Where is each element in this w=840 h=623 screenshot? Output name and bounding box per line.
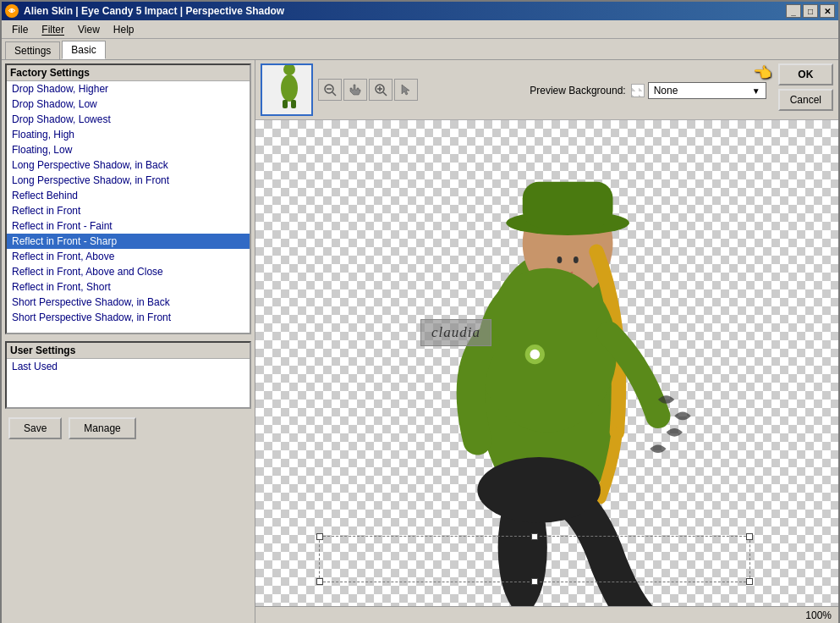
bottom-buttons: Save Manage: [2, 412, 255, 444]
list-item[interactable]: Reflect Behind: [7, 188, 250, 203]
ok-button[interactable]: OK: [778, 63, 833, 85]
svg-line-8: [383, 92, 387, 96]
preview-bg-controls: Preview Background: None ▼: [530, 82, 766, 99]
titlebar: 👁 Alien Skin | Eye Candy 5 Impact | Pers…: [2, 2, 838, 20]
svg-rect-14: [523, 182, 613, 227]
preview-thumbnail: [261, 63, 313, 116]
menu-filter[interactable]: Filter: [35, 22, 71, 37]
handle-bl[interactable]: [316, 578, 323, 585]
preview-bg-label: Preview Background:: [530, 85, 625, 96]
handle-tr[interactable]: [746, 533, 753, 540]
svg-point-1: [281, 74, 298, 102]
list-item[interactable]: Reflect in Front: [7, 203, 250, 218]
list-item[interactable]: Reflect in Front - Faint: [7, 218, 250, 234]
menu-view[interactable]: View: [71, 22, 107, 37]
status-bar: 100%: [255, 606, 838, 623]
minimize-button[interactable]: _: [786, 4, 801, 18]
svg-point-22: [477, 457, 601, 523]
list-item[interactable]: Reflect in Front, Above and Close: [7, 264, 250, 279]
menu-help[interactable]: Help: [107, 22, 141, 37]
list-item[interactable]: Short Perspective Shadow, in Back: [7, 295, 250, 310]
tab-basic[interactable]: Basic: [62, 41, 105, 59]
main-window: 👁 Alien Skin | Eye Candy 5 Impact | Pers…: [0, 0, 840, 623]
preview-bg-value: None: [654, 85, 678, 96]
preview-tools: [318, 79, 418, 101]
user-settings-panel: User Settings Last Used: [5, 341, 251, 409]
preview-bg-arrow: ▼: [752, 86, 760, 96]
list-item[interactable]: Long Perspective Shadow, in Back: [7, 157, 250, 173]
zoom-level: 100%: [805, 609, 832, 621]
menubar: File Filter View Help: [2, 20, 838, 39]
factory-settings-list[interactable]: Drop Shadow, Higher Drop Shadow, Low Dro…: [7, 81, 250, 333]
ok-cancel-buttons: 👈 OK Cancel: [778, 63, 833, 111]
list-item[interactable]: Floating, High: [7, 127, 250, 142]
maximize-button[interactable]: □: [803, 4, 818, 18]
handle-br[interactable]: [746, 578, 753, 585]
list-item[interactable]: Drop Shadow, Higher: [7, 81, 250, 96]
user-settings-header: User Settings: [7, 343, 250, 359]
window-title: Alien Skin | Eye Candy 5 Impact | Perspe…: [24, 5, 284, 17]
list-item[interactable]: Reflect in Front, Above: [7, 249, 250, 264]
factory-settings-header: Factory Settings: [7, 65, 250, 81]
zoom-tool[interactable]: [369, 79, 393, 101]
svg-point-18: [477, 268, 617, 433]
watermark-overlay: claudia: [420, 319, 491, 346]
save-button[interactable]: Save: [8, 417, 62, 439]
pan-tool[interactable]: [343, 79, 367, 101]
preview-canvas: claudia: [255, 120, 838, 606]
list-item[interactable]: Reflect in Front, Short: [7, 279, 250, 295]
selection-handles: [319, 536, 750, 582]
close-button[interactable]: ✕: [820, 4, 835, 18]
list-item[interactable]: Drop Shadow, Low: [7, 96, 250, 112]
zoom-out-tool[interactable]: [318, 79, 342, 101]
tab-settings[interactable]: Settings: [5, 41, 60, 59]
list-item[interactable]: Short Perspective Shadow, in Front: [7, 310, 250, 325]
list-item[interactable]: Floating, Low: [7, 142, 250, 157]
svg-rect-2: [283, 100, 288, 108]
menu-file[interactable]: File: [5, 22, 35, 37]
main-content: Factory Settings Drop Shadow, Higher Dro…: [2, 59, 838, 623]
list-item[interactable]: Long Perspective Shadow, in Front: [7, 173, 250, 188]
right-panel: Preview Background: None ▼ 👈 OK Cancel: [255, 60, 838, 623]
handle-tc[interactable]: [531, 533, 538, 540]
factory-settings-panel: Factory Settings Drop Shadow, Higher Dro…: [5, 63, 251, 334]
svg-rect-3: [291, 100, 296, 108]
svg-point-16: [557, 256, 563, 263]
list-item-selected[interactable]: Reflect in Front - Sharp 👈: [7, 234, 250, 249]
app-icon: 👁: [5, 4, 19, 18]
svg-point-15: [574, 256, 579, 263]
left-panel: Factory Settings Drop Shadow, Higher Dro…: [2, 60, 255, 623]
tab-bar: Settings Basic: [2, 39, 838, 59]
cancel-button[interactable]: Cancel: [778, 89, 833, 111]
svg-point-0: [283, 63, 295, 75]
handle-tl[interactable]: [316, 533, 323, 540]
svg-line-5: [332, 92, 336, 96]
user-item-last-used[interactable]: Last Used: [7, 359, 250, 374]
handle-bc[interactable]: [531, 578, 538, 585]
woman-figure: [306, 120, 780, 606]
preview-bg-checker-icon: [631, 84, 645, 97]
svg-point-20: [530, 350, 540, 360]
preview-header: Preview Background: None ▼ 👈 OK Cancel: [255, 60, 838, 120]
manage-button[interactable]: Manage: [69, 417, 135, 439]
list-item[interactable]: Drop Shadow, Lowest: [7, 112, 250, 127]
titlebar-buttons: _ □ ✕: [786, 4, 835, 18]
preview-bg-select[interactable]: None ▼: [648, 82, 766, 99]
pointer-tool[interactable]: [394, 79, 418, 101]
titlebar-left: 👁 Alien Skin | Eye Candy 5 Impact | Pers…: [5, 4, 284, 18]
